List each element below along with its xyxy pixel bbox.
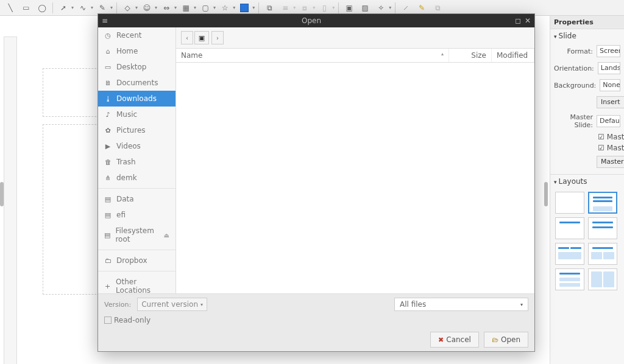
sidebar-item-dropbox[interactable]: 🗀Dropbox [98,253,176,268]
sidebar-item-recent[interactable]: ◷Recent [98,27,176,43]
sidebar-item-music[interactable]: ♪Music [98,107,176,122]
sidebar-item-label: Data [116,195,134,203]
path-forward-button[interactable]: › [211,31,224,44]
master-slide-button[interactable]: Master [597,156,624,168]
path-home-icon[interactable]: ▣ [194,31,209,44]
layout-3row[interactable] [555,268,584,290]
toolbar-line-icon[interactable]: ╲ [4,1,17,15]
sidebar-item-trash[interactable]: 🗑Trash [98,154,176,170]
cancel-button[interactable]: ✖Cancel [430,332,479,348]
toolbar-shadow-icon[interactable]: ▨ [358,1,372,15]
toolbar-table-icon[interactable]: ▦ [179,1,193,15]
orientation-label: Orientation: [554,65,594,72]
background-select[interactable]: None [600,79,620,91]
eject-icon[interactable]: ⏏ [164,232,169,239]
dialog-maximize-icon[interactable]: ◻ [515,16,521,25]
sidebar-item-filesystem-root[interactable]: ▤Filesystem root⏏ [98,223,176,247]
toolbar-highlight-icon[interactable]: ✎ [415,1,428,15]
background-label: Background: [554,82,596,89]
toolbar-ellipse-icon[interactable]: ◯ [35,1,49,15]
layouts-section-header[interactable]: Layouts [550,174,624,188]
file-list-header[interactable]: Name Size Modified [176,49,534,63]
toolbar-group-icon[interactable]: ⧈ [298,1,311,15]
sidebar-item-label: efi [116,211,126,219]
sidebar-item-videos[interactable]: ▶Videos [98,138,176,154]
insert-image-button[interactable]: Insert [597,96,624,108]
toolbar-connector-icon[interactable]: ⇔ [160,1,173,15]
other-locations-icon: + [104,282,111,290]
version-label: Version: [104,301,131,309]
sidebar-item-label: Videos [116,142,141,150]
sidebar-item-label: Home [116,47,138,55]
sidebar-item-pictures[interactable]: ✿Pictures [98,122,176,138]
master-slide-select[interactable]: Default [597,115,620,127]
toolbar-arrow-icon[interactable]: ➚ [57,1,70,15]
dialog-close-icon[interactable]: ✕ [525,16,531,25]
pictures-icon: ✿ [104,127,112,134]
sidebar-item-downloads[interactable]: ⭳Downloads [98,91,176,107]
trash-icon: 🗑 [104,158,112,166]
desktop-icon: ▭ [104,63,112,71]
home-icon: ⌂ [104,47,112,55]
format-label: Format: [554,47,593,55]
filesystem-root-icon: ▤ [104,231,110,239]
slide-panel-thumb [4,37,17,364]
places-sidebar: ◷Recent⌂Home▭Desktop🗎Documents⭳Downloads… [98,27,176,293]
dialog-bottom-bar: Version: Current version▾ All files▾ Rea… [98,293,534,351]
toolbar-star-icon[interactable]: ☆ [218,1,232,15]
master-objects-checkbox[interactable]: ☑Master [550,142,624,153]
toolbar-ext-icon[interactable]: ⧉ [431,1,444,15]
toolbar-align-icon[interactable]: ≡ [278,1,292,15]
sidebar-item-other-locations[interactable]: +Other Locations [98,274,176,293]
toolbar-rect-icon[interactable]: ▭ [20,1,33,15]
dialog-titlebar[interactable]: ≡ Open ◻ ✕ [98,14,534,27]
file-filter-select[interactable]: All files▾ [394,298,528,311]
toolbar-curve-icon[interactable]: ∿ [76,1,90,15]
sidebar-item-home[interactable]: ⌂Home [98,43,176,59]
layout-2col[interactable] [555,243,584,265]
layout-split[interactable] [588,268,617,290]
properties-title: Properties [550,16,624,29]
open-file-dialog: ≡ Open ◻ ✕ ◷Recent⌂Home▭Desktop🗎Document… [98,13,535,352]
open-button[interactable]: 🗁Open [484,332,528,348]
layout-title-content[interactable] [588,192,617,214]
master-bg-checkbox[interactable]: ☑Master [550,131,624,142]
layout-2col-b[interactable] [588,243,617,265]
column-size[interactable]: Size [449,49,492,62]
layout-blank[interactable] [555,192,584,214]
column-modified[interactable]: Modified [492,49,534,62]
sidebar-item-data[interactable]: ▤Data [98,191,176,207]
toolbar-diamond-icon[interactable]: ◇ [121,1,134,15]
sidebar-item-desktop[interactable]: ▭Desktop [98,59,176,75]
right-scroll-handle[interactable] [544,182,548,206]
path-back-button[interactable]: ‹ [181,31,193,44]
slide-section-header[interactable]: Slide [550,29,624,43]
left-scroll-handle[interactable] [0,182,4,206]
layout-title-2[interactable] [588,217,617,239]
demk-icon: ⋔ [104,174,112,181]
toolbar-gluepoints-icon[interactable]: ⟋ [399,1,413,15]
videos-icon: ▶ [104,142,112,150]
toolbar-arrange-icon[interactable]: ▯ [317,1,331,15]
layout-title-only[interactable] [555,217,584,239]
path-bar: ‹ ▣ › [176,27,534,49]
toolbar-extrude-icon[interactable]: ▣ [342,1,356,15]
efi-icon: ▤ [104,211,112,219]
toolbar-fontwork-icon[interactable]: ✧ [374,1,388,15]
readonly-checkbox[interactable]: Read-only [104,316,151,324]
dialog-menu-icon[interactable]: ≡ [102,16,108,25]
sidebar-item-efi[interactable]: ▤efi [98,207,176,223]
sidebar-item-demk[interactable]: ⋔demk [98,170,176,186]
version-select[interactable]: Current version▾ [137,298,207,311]
toolbar-callout-icon[interactable]: ▢ [199,1,212,15]
sidebar-item-label: Desktop [116,63,147,71]
format-select[interactable]: Screen [597,45,620,57]
column-name[interactable]: Name [176,49,449,62]
orientation-select[interactable]: Landscape [598,62,620,74]
toolbar-freeform-icon[interactable]: ✎ [96,1,109,15]
sidebar-item-documents[interactable]: 🗎Documents [98,75,176,91]
toolbar-crop-icon[interactable]: ⧉ [263,1,276,15]
sidebar-item-label: demk [116,173,137,182]
toolbar-smiley-icon[interactable]: ☺ [140,1,154,15]
toolbar-color-swatch[interactable] [238,1,251,15]
